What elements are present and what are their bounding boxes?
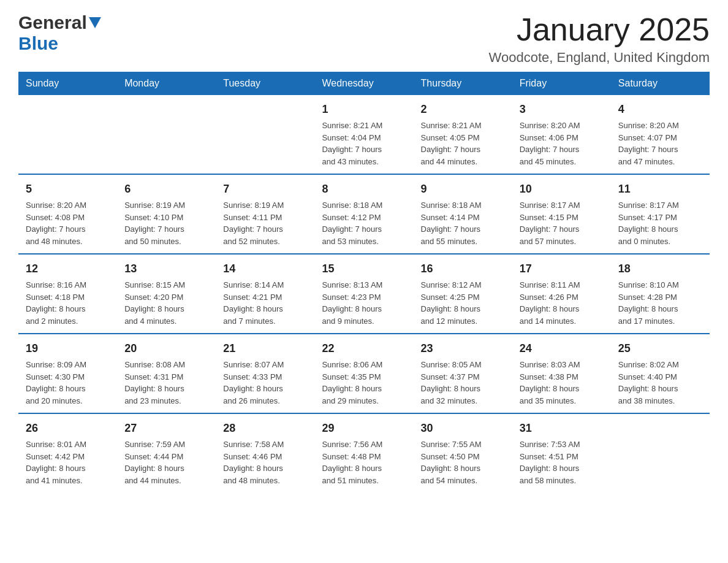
day-info: Sunrise: 8:11 AM Sunset: 4:26 PM Dayligh… [520, 279, 604, 327]
header-cell-thursday: Thursday [414, 72, 512, 95]
day-info: Sunrise: 8:05 AM Sunset: 4:37 PM Dayligh… [421, 359, 505, 407]
day-number: 13 [124, 261, 208, 277]
header-cell-tuesday: Tuesday [216, 72, 314, 95]
day-number: 1 [322, 101, 406, 118]
day-number: 28 [223, 420, 307, 437]
page-header: General Blue January 2025 Woodcote, Engl… [18, 12, 710, 66]
day-number: 8 [322, 181, 406, 197]
day-number: 27 [124, 420, 208, 437]
logo-general-text: General [18, 12, 87, 33]
day-number: 23 [421, 340, 505, 357]
week-row-5: 26Sunrise: 8:01 AM Sunset: 4:42 PM Dayli… [18, 413, 710, 492]
day-info: Sunrise: 8:17 AM Sunset: 4:15 PM Dayligh… [520, 199, 604, 247]
day-number: 4 [618, 101, 702, 118]
day-info: Sunrise: 8:02 AM Sunset: 4:40 PM Dayligh… [618, 359, 702, 407]
day-info: Sunrise: 8:16 AM Sunset: 4:18 PM Dayligh… [26, 279, 110, 327]
day-number: 20 [124, 340, 208, 357]
day-info: Sunrise: 8:20 AM Sunset: 4:07 PM Dayligh… [618, 120, 702, 167]
day-info: Sunrise: 8:13 AM Sunset: 4:23 PM Dayligh… [322, 279, 406, 327]
calendar-subtitle: Woodcote, England, United Kingdom [489, 50, 710, 66]
day-number: 22 [322, 340, 406, 357]
day-info: Sunrise: 8:07 AM Sunset: 4:33 PM Dayligh… [223, 359, 307, 407]
day-cell: 18Sunrise: 8:10 AM Sunset: 4:28 PM Dayli… [611, 254, 710, 334]
day-info: Sunrise: 8:01 AM Sunset: 4:42 PM Dayligh… [26, 439, 110, 486]
day-cell: 27Sunrise: 7:59 AM Sunset: 4:44 PM Dayli… [117, 413, 216, 492]
header-cell-saturday: Saturday [611, 72, 710, 95]
day-cell: 9Sunrise: 8:18 AM Sunset: 4:14 PM Daylig… [414, 174, 512, 254]
header-row: SundayMondayTuesdayWednesdayThursdayFrid… [18, 72, 710, 95]
day-number: 30 [421, 420, 505, 437]
day-number: 16 [421, 261, 505, 277]
day-info: Sunrise: 8:08 AM Sunset: 4:31 PM Dayligh… [124, 359, 208, 407]
day-number: 24 [520, 340, 604, 357]
header-cell-wednesday: Wednesday [314, 72, 413, 95]
day-info: Sunrise: 8:10 AM Sunset: 4:28 PM Dayligh… [618, 279, 702, 327]
day-info: Sunrise: 8:14 AM Sunset: 4:21 PM Dayligh… [223, 279, 307, 327]
day-info: Sunrise: 8:18 AM Sunset: 4:14 PM Dayligh… [421, 199, 505, 247]
day-cell: 12Sunrise: 8:16 AM Sunset: 4:18 PM Dayli… [18, 254, 117, 334]
day-number: 18 [618, 261, 702, 277]
day-info: Sunrise: 8:03 AM Sunset: 4:38 PM Dayligh… [520, 359, 604, 407]
day-cell: 7Sunrise: 8:19 AM Sunset: 4:11 PM Daylig… [216, 174, 314, 254]
day-number: 19 [26, 340, 110, 357]
day-number: 29 [322, 420, 406, 437]
week-row-1: 1Sunrise: 8:21 AM Sunset: 4:04 PM Daylig… [18, 95, 710, 174]
day-cell: 17Sunrise: 8:11 AM Sunset: 4:26 PM Dayli… [512, 254, 611, 334]
day-cell: 14Sunrise: 8:14 AM Sunset: 4:21 PM Dayli… [216, 254, 314, 334]
day-cell: 13Sunrise: 8:15 AM Sunset: 4:20 PM Dayli… [117, 254, 216, 334]
day-cell: 24Sunrise: 8:03 AM Sunset: 4:38 PM Dayli… [512, 334, 611, 413]
title-section: January 2025 Woodcote, England, United K… [489, 12, 710, 66]
day-cell: 30Sunrise: 7:55 AM Sunset: 4:50 PM Dayli… [414, 413, 512, 492]
day-cell: 21Sunrise: 8:07 AM Sunset: 4:33 PM Dayli… [216, 334, 314, 413]
day-cell: 31Sunrise: 7:53 AM Sunset: 4:51 PM Dayli… [512, 413, 611, 492]
day-number: 6 [124, 181, 208, 197]
day-number: 5 [26, 181, 110, 197]
day-cell: 11Sunrise: 8:17 AM Sunset: 4:17 PM Dayli… [611, 174, 710, 254]
week-row-3: 12Sunrise: 8:16 AM Sunset: 4:18 PM Dayli… [18, 254, 710, 334]
day-number: 12 [26, 261, 110, 277]
day-number: 25 [618, 340, 702, 357]
day-number: 11 [618, 181, 702, 197]
calendar-table: SundayMondayTuesdayWednesdayThursdayFrid… [18, 72, 710, 492]
day-cell: 4Sunrise: 8:20 AM Sunset: 4:07 PM Daylig… [611, 95, 710, 174]
day-number: 26 [26, 420, 110, 437]
calendar-header: SundayMondayTuesdayWednesdayThursdayFrid… [18, 72, 710, 95]
week-row-4: 19Sunrise: 8:09 AM Sunset: 4:30 PM Dayli… [18, 334, 710, 413]
day-info: Sunrise: 8:20 AM Sunset: 4:08 PM Dayligh… [26, 199, 110, 247]
day-info: Sunrise: 8:19 AM Sunset: 4:10 PM Dayligh… [124, 199, 208, 247]
day-cell: 6Sunrise: 8:19 AM Sunset: 4:10 PM Daylig… [117, 174, 216, 254]
day-cell: 3Sunrise: 8:20 AM Sunset: 4:06 PM Daylig… [512, 95, 611, 174]
day-cell: 23Sunrise: 8:05 AM Sunset: 4:37 PM Dayli… [414, 334, 512, 413]
day-number: 21 [223, 340, 307, 357]
logo: General Blue [18, 12, 101, 54]
logo-blue-text: Blue [18, 33, 58, 53]
day-number: 17 [520, 261, 604, 277]
day-cell [18, 95, 117, 174]
day-cell: 22Sunrise: 8:06 AM Sunset: 4:35 PM Dayli… [314, 334, 413, 413]
day-cell: 10Sunrise: 8:17 AM Sunset: 4:15 PM Dayli… [512, 174, 611, 254]
day-cell: 1Sunrise: 8:21 AM Sunset: 4:04 PM Daylig… [314, 95, 413, 174]
day-info: Sunrise: 8:15 AM Sunset: 4:20 PM Dayligh… [124, 279, 208, 327]
day-cell: 19Sunrise: 8:09 AM Sunset: 4:30 PM Dayli… [18, 334, 117, 413]
day-info: Sunrise: 8:18 AM Sunset: 4:12 PM Dayligh… [322, 199, 406, 247]
day-number: 3 [520, 101, 604, 118]
day-info: Sunrise: 8:20 AM Sunset: 4:06 PM Dayligh… [520, 120, 604, 167]
day-cell [611, 413, 710, 492]
day-cell: 25Sunrise: 8:02 AM Sunset: 4:40 PM Dayli… [611, 334, 710, 413]
day-number: 14 [223, 261, 307, 277]
week-row-2: 5Sunrise: 8:20 AM Sunset: 4:08 PM Daylig… [18, 174, 710, 254]
header-cell-sunday: Sunday [18, 72, 117, 95]
day-cell: 28Sunrise: 7:58 AM Sunset: 4:46 PM Dayli… [216, 413, 314, 492]
day-number: 9 [421, 181, 505, 197]
day-info: Sunrise: 8:09 AM Sunset: 4:30 PM Dayligh… [26, 359, 110, 407]
day-info: Sunrise: 8:06 AM Sunset: 4:35 PM Dayligh… [322, 359, 406, 407]
day-cell: 16Sunrise: 8:12 AM Sunset: 4:25 PM Dayli… [414, 254, 512, 334]
day-number: 7 [223, 181, 307, 197]
day-number: 2 [421, 101, 505, 118]
day-info: Sunrise: 8:19 AM Sunset: 4:11 PM Dayligh… [223, 199, 307, 247]
day-info: Sunrise: 7:58 AM Sunset: 4:46 PM Dayligh… [223, 439, 307, 486]
day-cell: 8Sunrise: 8:18 AM Sunset: 4:12 PM Daylig… [314, 174, 413, 254]
day-number: 10 [520, 181, 604, 197]
day-cell: 26Sunrise: 8:01 AM Sunset: 4:42 PM Dayli… [18, 413, 117, 492]
header-cell-monday: Monday [117, 72, 216, 95]
